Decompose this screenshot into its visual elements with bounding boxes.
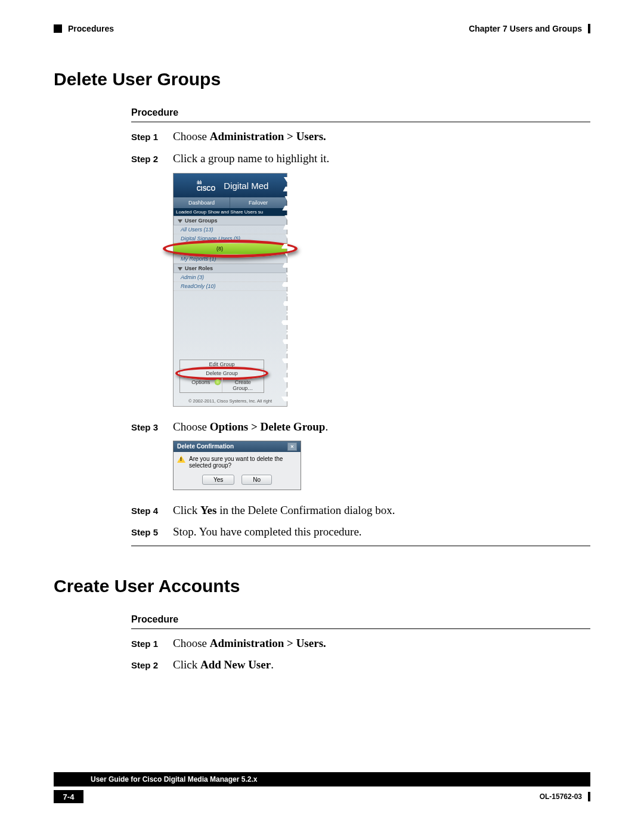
step-label: Step 2 (131, 659, 173, 673)
dialog-body: Are you sure you want to delete the sele… (174, 452, 301, 472)
page-header: Procedures Chapter 7 Users and Groups (54, 24, 590, 33)
step-text-prefix: Choose (173, 420, 210, 433)
footer-bar: User Guide for Cisco Digital Media Manag… (54, 772, 590, 786)
menu-bottom-row: Options Create Group… (180, 378, 264, 392)
dialog-titlebar: Delete Confirmation × (174, 441, 301, 452)
step-text-bold: Add New User (200, 658, 271, 671)
no-button[interactable]: No (242, 475, 272, 485)
app-header: ılıılı CISCO Digital Med (174, 174, 287, 197)
steps-list-2: Step 1 Choose Administration > Users. St… (131, 635, 590, 674)
step-text-prefix: Choose (173, 637, 210, 649)
cisco-name: CISCO (197, 185, 216, 192)
step-2: Step 2 Click Add New User. (131, 657, 590, 674)
section-label: User Roles (185, 265, 213, 271)
step-text: Stop. You have completed this procedure. (173, 524, 362, 541)
list-item-readonly[interactable]: ReadOnly (10) (174, 282, 287, 291)
list-item-all-users[interactable]: All Users (13) (174, 225, 287, 234)
breadcrumb-text: Procedures (68, 24, 114, 33)
chevron-down-icon (178, 267, 182, 271)
step-4: Step 4 Click Yes in the Delete Confirmat… (131, 502, 590, 519)
procedure-label: Procedure (131, 107, 590, 118)
step-text: Click Yes in the Delete Confirmation dia… (173, 502, 395, 519)
screenshot-delete-confirmation: Delete Confirmation × Are you sure you w… (173, 441, 301, 490)
document-number: OL-15762-03 (540, 792, 590, 801)
list-item-admin[interactable]: Admin (3) (174, 273, 287, 282)
cisco-logo: ılıılı CISCO (192, 179, 216, 192)
step-label: Step 1 (131, 131, 173, 144)
divider (131, 546, 590, 546)
section-user-roles[interactable]: User Roles (174, 264, 287, 273)
tabs: Dashboard Failover (174, 197, 287, 208)
bar-icon (588, 792, 590, 801)
page-footer: User Guide for Cisco Digital Media Manag… (54, 772, 590, 803)
divider (131, 628, 590, 629)
section-heading-delete-user-groups: Delete User Groups (54, 69, 590, 89)
step-label: Step 2 (131, 153, 173, 166)
chapter-label: Chapter 7 Users and Groups (469, 24, 590, 33)
screenshot-group-list: ılıılı CISCO Digital Med Dashboard Failo… (173, 173, 292, 407)
copyright-text: © 2002-2011, Cisco Systems, Inc. All rig… (177, 398, 283, 404)
loaded-group-bar: Loaded Group Show and Share Users su (174, 208, 287, 216)
menu-delete-group[interactable]: Delete Group (180, 369, 264, 378)
step-1: Step 1 Choose Administration > Users. (131, 128, 590, 145)
step-2: Step 2 Click a group name to highlight i… (131, 150, 590, 168)
step-text-bold: Yes (200, 504, 216, 516)
chapter-text: Chapter 7 Users and Groups (469, 24, 582, 33)
steps-list: Step 1 Choose Administration > Users. St… (131, 128, 590, 167)
step-text: Choose Options > Delete Group. (173, 419, 328, 436)
step-text-suffix: . (325, 420, 328, 433)
section-heading-create-user-accounts: Create User Accounts (54, 576, 590, 596)
list-item-digital-signage-users[interactable]: Digital Signage Users (5) (174, 234, 287, 243)
dialog: Delete Confirmation × Are you sure you w… (173, 441, 301, 490)
step-text: Click Add New User. (173, 657, 274, 674)
square-icon (54, 24, 62, 33)
step-text-suffix: in the Delete Confirmation dialog box. (216, 504, 395, 516)
page: Procedures Chapter 7 Users and Groups De… (0, 0, 644, 833)
yes-button[interactable]: Yes (202, 475, 234, 485)
guide-title: User Guide for Cisco Digital Media Manag… (91, 775, 257, 784)
procedure-label: Procedure (131, 614, 590, 625)
section-label: User Groups (185, 218, 218, 224)
list-item-my-reports[interactable]: My Reports (1) (174, 255, 287, 264)
app-title: Digital Med (224, 181, 268, 191)
step-label: Step 4 (131, 504, 173, 518)
dialog-buttons: Yes No (174, 472, 301, 490)
step-label: Step 5 (131, 526, 173, 540)
page-number: 7-4 (54, 790, 83, 803)
footer-menu: Edit Group Delete Group Options Create G… (179, 360, 264, 393)
tab-failover[interactable]: Failover (230, 197, 287, 208)
menu-options-label: Options (191, 379, 210, 385)
dialog-title-text: Delete Confirmation (177, 443, 234, 450)
step-label: Step 1 (131, 637, 173, 651)
dialog-message: Are you sure you want to delete the sele… (189, 456, 297, 469)
menu-create-group[interactable]: Create Group… (222, 378, 264, 392)
menu-options[interactable]: Options (180, 378, 222, 392)
close-icon[interactable]: × (287, 442, 297, 451)
document-number-text: OL-15762-03 (540, 792, 582, 801)
step-1: Step 1 Choose Administration > Users. (131, 635, 590, 652)
section-user-groups[interactable]: User Groups (174, 216, 287, 225)
step-5: Step 5 Stop. You have completed this pro… (131, 524, 590, 541)
step-text: Click a group name to highlight it. (173, 150, 329, 168)
tab-dashboard[interactable]: Dashboard (174, 197, 230, 208)
step-text-prefix: Choose (173, 130, 210, 143)
steps-list-cont: Step 3 Choose Options > Delete Group. (131, 419, 590, 436)
selected-count: (8) (216, 246, 223, 252)
app-window: ılıılı CISCO Digital Med Dashboard Failo… (173, 173, 287, 407)
list-item-selected-group[interactable]: (8) (174, 243, 287, 255)
step-text-prefix: Click (173, 658, 200, 671)
cisco-bars-icon: ılıılı (197, 179, 202, 185)
chevron-down-icon (178, 219, 182, 223)
step-3: Step 3 Choose Options > Delete Group. (131, 419, 590, 436)
bar-icon (588, 24, 590, 33)
steps-list-cont2: Step 4 Click Yes in the Delete Confirmat… (131, 502, 590, 541)
step-text-suffix: . (271, 658, 274, 671)
step-text-bold: Administration > Users. (210, 130, 326, 143)
breadcrumb: Procedures (54, 24, 114, 33)
divider (131, 122, 590, 122)
step-text: Choose Administration > Users. (173, 128, 326, 145)
step-text-bold: Administration > Users. (210, 637, 326, 649)
step-text-bold: Options > Delete Group (210, 420, 326, 433)
step-text-prefix: Click (173, 504, 200, 516)
footer-below: 7-4 OL-15762-03 (54, 790, 590, 803)
